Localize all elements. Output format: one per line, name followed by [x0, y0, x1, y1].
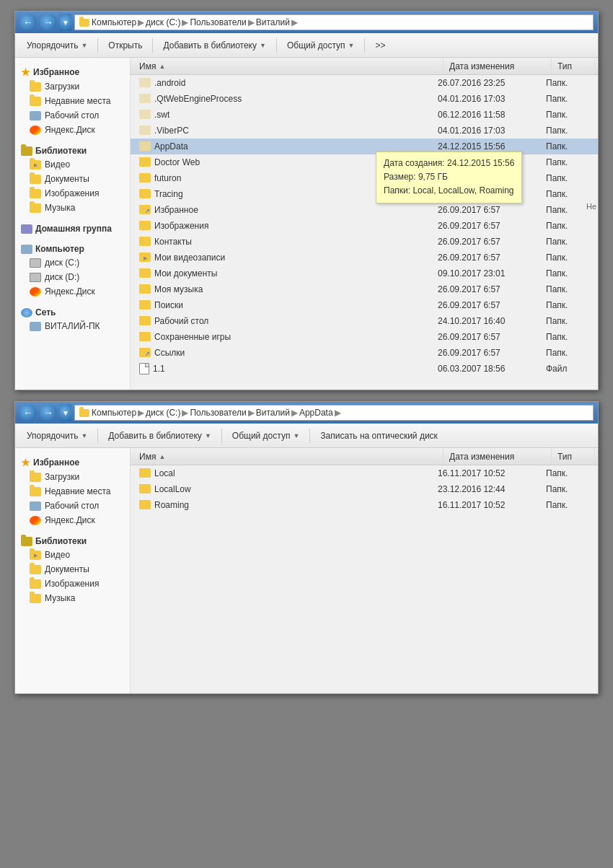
file-row-contacts[interactable]: Контакты 26.09.2017 6:57 Папк. [131, 234, 598, 250]
address-path[interactable]: Компьютер ▶ диск (C:) ▶ Пользователи ▶ В… [74, 14, 594, 30]
sidebar-item-vitaliy-pc[interactable]: ВИТАЛИЙ-ПК [15, 319, 130, 333]
col-name-header[interactable]: Имя ▲ [133, 58, 444, 74]
sidebar-item-music[interactable]: Музыка [15, 201, 130, 215]
sidebar-item-images[interactable]: Изображения [15, 186, 130, 201]
video-folder-icon [139, 253, 151, 262]
add-to-library-button-2[interactable]: Добавить в библиотеку ▼ [102, 428, 216, 444]
favorites-header: ★ Избранное [15, 63, 130, 79]
add-library-dropdown-arrow: ▼ [260, 42, 266, 49]
homegroup-icon [21, 224, 32, 234]
col-type-header-2[interactable]: Тип [552, 448, 595, 465]
folder-icon [139, 189, 151, 198]
sidebar-item-yandex-disk[interactable]: Яндекс.Диск [15, 284, 130, 299]
dropdown-button-2[interactable]: ▼ [60, 404, 71, 421]
desktop-icon [30, 501, 41, 511]
star-icon: ★ [21, 66, 30, 78]
pc-icon [30, 322, 41, 331]
computer-icon [21, 245, 32, 254]
file-row-savedgames[interactable]: Сохраненные игры 26.09.2017 6:57 Папк. [131, 329, 598, 345]
sidebar-item-downloads-2[interactable]: Загрузки [15, 470, 130, 484]
back-button-2[interactable]: ← [19, 404, 37, 421]
file-row-images[interactable]: Изображения 26.09.2017 6:57 Папк. [131, 218, 598, 234]
file-row-myvideos[interactable]: Мои видеозаписи 26.09.2017 6:57 Папк. [131, 250, 598, 266]
sidebar-item-documents-2[interactable]: Документы [15, 562, 130, 577]
file-row-futuron[interactable]: futuron 04.05.2016 21:01 Папк. [131, 170, 598, 186]
address-bar-2: ← → ▼ Компьютер ▶ диск (C:) ▶ Пользовате… [15, 402, 598, 424]
file-row-appdata[interactable]: AppData 24.12.2015 15:56 Папк. [131, 139, 598, 154]
file-row-links[interactable]: Ссылки 26.09.2017 6:57 Папк. [131, 345, 598, 361]
back-button[interactable]: ← [19, 14, 37, 31]
path-segment: AppData [299, 408, 333, 418]
sidebar-item-documents[interactable]: Документы [15, 172, 130, 186]
share-button[interactable]: Общий доступ ▼ [281, 38, 361, 53]
tooltip-created: Дата создания: 24.12.2015 15:56 [384, 157, 514, 170]
share-button-2[interactable]: Общий доступ ▼ [226, 428, 306, 444]
toolbar-2: Упорядочить ▼ Добавить в библиотеку ▼ Об… [15, 424, 598, 448]
disk-d-icon [30, 273, 41, 282]
folder-icon [139, 173, 151, 183]
yandex-disk-icon [30, 287, 41, 297]
file-row-qtwebengine[interactable]: .QtWebEngineProcess 04.01.2016 17:03 Пап… [131, 91, 598, 107]
file-row-desktop[interactable]: Рабочий стол 24.10.2017 16:40 Папк. [131, 313, 598, 329]
toolbar-1: Упорядочить ▼ Открыть Добавить в библиот… [15, 33, 598, 58]
col-date-header[interactable]: Дата изменения [444, 58, 552, 74]
toolbar-separator-2 [152, 38, 153, 53]
file-row-viberpc[interactable]: .ViberPC 04.01.2016 17:03 Папк. [131, 123, 598, 139]
file-row-mymusic[interactable]: Моя музыка 26.09.2017 6:57 Папк. [131, 281, 598, 297]
organize-button-2[interactable]: Упорядочить ▼ [21, 428, 93, 444]
toolbar-separator-6 [221, 429, 222, 443]
file-row-1-1[interactable]: 1.1 06.03.2007 18:56 Файл [131, 361, 598, 377]
file-row-locallow[interactable]: LocalLow 23.12.2016 12:44 Папк. [131, 481, 598, 497]
sidebar-item-desktop[interactable]: Рабочий стол [15, 108, 130, 123]
column-headers-2: Имя ▲ Дата изменения Тип [131, 448, 598, 465]
path-segment: Компьютер [92, 408, 136, 418]
sidebar-item-video-2[interactable]: Видео [15, 548, 130, 562]
file-row-tracing[interactable]: Tracing 25.12.2015 14:28 Папк. [131, 186, 598, 202]
open-button[interactable]: Открыть [102, 38, 148, 53]
sidebar-item-images-2[interactable]: Изображения [15, 577, 130, 591]
burn-button[interactable]: Записать на оптический диск [314, 428, 444, 444]
folder-icon [30, 175, 41, 184]
sidebar-item-yandex-fav-2[interactable]: Яндекс.Диск [15, 513, 130, 527]
add-to-library-button[interactable]: Добавить в библиотеку ▼ [157, 38, 271, 53]
col-name-header-2[interactable]: Имя ▲ [133, 448, 444, 465]
sidebar-item-recent-2[interactable]: Недавние места [15, 484, 130, 499]
file-row-doctorweb[interactable]: Doctor Web 14.12.2016 22:00 Папк. [131, 154, 598, 170]
sidebar-item-yandex-fav[interactable]: Яндекс.Диск [15, 123, 130, 137]
dropdown-button[interactable]: ▼ [60, 14, 71, 31]
add-library-dropdown-arrow-2: ▼ [205, 432, 211, 439]
sidebar-1: ★ Избранное Загрузки Недавние места Рабо… [15, 58, 131, 390]
computer-header: Компьютер [15, 241, 130, 255]
col-type-header[interactable]: Тип [552, 58, 595, 74]
file-row-searches[interactable]: Поиски 26.09.2017 6:57 Папк. [131, 297, 598, 313]
organize-button[interactable]: Упорядочить ▼ [21, 38, 93, 53]
sidebar-item-desktop-2[interactable]: Рабочий стол [15, 499, 130, 513]
sidebar-item-video[interactable]: Видео [15, 157, 130, 172]
sidebar-item-recent[interactable]: Недавние места [15, 94, 130, 108]
file-row-mydocs[interactable]: Мои документы 09.10.2017 23:01 Папк. [131, 266, 598, 281]
disk-c-icon [30, 258, 41, 268]
organize-dropdown-arrow: ▼ [81, 42, 87, 49]
sidebar-item-downloads[interactable]: Загрузки [15, 79, 130, 94]
sidebar-item-music-2[interactable]: Музыка [15, 591, 130, 605]
folder-icon [139, 484, 151, 494]
address-path-2[interactable]: Компьютер ▶ диск (C:) ▶ Пользователи ▶ В… [74, 405, 594, 421]
file-row-android[interactable]: .android 26.07.2016 23:25 Папк. [131, 75, 598, 91]
toolbar-separator [97, 38, 98, 53]
col-date-header-2[interactable]: Дата изменения [444, 448, 552, 465]
file-row-favorites[interactable]: Избранное 26.09.2017 6:57 Папк. [131, 202, 598, 218]
file-row-swt[interactable]: .swt 06.12.2016 11:58 Папк. [131, 107, 598, 123]
file-row-roaming[interactable]: Roaming 16.11.2017 10:52 Папк. [131, 497, 598, 513]
path-folder-icon [79, 19, 89, 27]
file-row-local[interactable]: Local 16.11.2017 10:52 Папк. [131, 465, 598, 481]
forward-button-2[interactable]: → [40, 404, 57, 421]
window1: ← → ▼ Компьютер ▶ диск (C:) ▶ Пользовате… [14, 11, 599, 390]
more-button[interactable]: >> [369, 38, 391, 53]
folder-icon [30, 189, 41, 198]
forward-button[interactable]: → [40, 14, 57, 31]
favorites-header-2: ★ Избранное [15, 454, 130, 470]
sidebar-item-disk-d[interactable]: диск (D:) [15, 270, 130, 284]
toolbar-separator-5 [97, 429, 98, 443]
sidebar-item-disk-c[interactable]: диск (C:) [15, 255, 130, 270]
path-segment: Пользователи [190, 408, 246, 418]
